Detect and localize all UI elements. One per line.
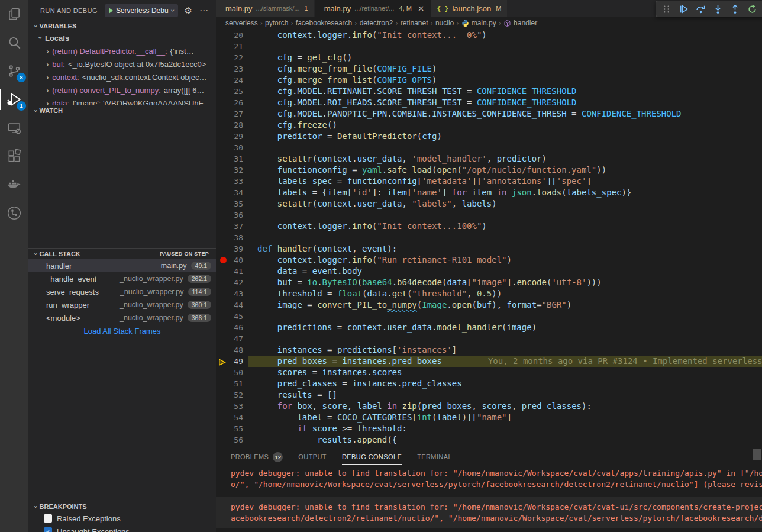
variables-section-header[interactable]: › VARIABLES <box>28 21 216 31</box>
start-debug-icon[interactable] <box>109 8 113 14</box>
breakpoint-row[interactable]: ✓Uncaught Exceptions <box>28 525 216 532</box>
code-line-41[interactable]: 41 data = event.body <box>216 266 762 277</box>
variable-row[interactable]: ›context:<nuclio_sdk.context.Context obj… <box>28 70 216 83</box>
code-line-42[interactable]: 42 buf = io.BytesIO(base64.b64decode(dat… <box>216 277 762 288</box>
code-line-30[interactable]: 30 <box>216 142 762 153</box>
checkbox-unchecked[interactable] <box>44 514 52 523</box>
activity-docker[interactable] <box>0 170 28 199</box>
code-line-48[interactable]: 48 instances = predictions['instances'] <box>216 344 762 356</box>
stack-frame[interactable]: run_wrapper_nuclio_wrapper.py360:1 <box>28 298 216 311</box>
more-actions-icon[interactable]: ⋯ <box>199 5 209 16</box>
code-line-38[interactable]: 38 <box>216 232 762 243</box>
code-line-44[interactable]: 44 image = convert_PIL_to_numpy(Image.op… <box>216 299 762 311</box>
code-line-54[interactable]: 54 label = COCO_CATEGORIES[int(label)]["… <box>216 412 762 423</box>
code-line-31[interactable]: 31 setattr(context.user_data, 'model_han… <box>216 153 762 165</box>
code-line-51[interactable]: 51 pred_classes = instances.pred_classes <box>216 378 762 389</box>
code-line-55[interactable]: 55 if score >= threshold: <box>216 423 762 434</box>
code-line-56[interactable]: 56 results.append({ <box>216 434 762 446</box>
stack-frame[interactable]: serve_requests_nuclio_wrapper.py114:1 <box>28 285 216 298</box>
restart-button[interactable] <box>744 2 760 16</box>
code-line-21[interactable]: 21 <box>216 41 762 52</box>
code-line-22[interactable]: 22 cfg = get_cfg() <box>216 52 762 63</box>
code-line-36[interactable]: 36 <box>216 209 762 221</box>
code-line-26[interactable]: 26 cfg.MODEL.ROI_HEADS.SCORE_THRESH_TEST… <box>216 97 762 108</box>
close-icon[interactable]: × <box>418 4 425 13</box>
code-line-46[interactable]: 46 predictions = context.user_data.model… <box>216 322 762 333</box>
code-line-35[interactable]: 35 setattr(context.user_data, "labels", … <box>216 198 762 209</box>
gear-icon[interactable]: ⚙ <box>184 5 192 16</box>
activity-files[interactable] <box>0 0 28 28</box>
breakpoints-section-header[interactable]: › BREAKPOINTS <box>28 501 216 512</box>
console-output-line[interactable]: pydev debugger: unable to find translati… <box>231 501 762 512</box>
stack-frame[interactable]: handlermain.py49:1 <box>28 259 216 272</box>
activity-remote-explorer[interactable] <box>0 114 28 142</box>
panel-tab-output[interactable]: OUTPUT <box>298 447 327 466</box>
activity-source-control[interactable]: 8 <box>0 57 28 85</box>
code-line-37[interactable]: 37 context.logger.info("Init context...1… <box>216 221 762 232</box>
variable-row[interactable]: ›(return) convert_PIL_to_numpy:array([[[… <box>28 83 216 96</box>
panel-scrollbar[interactable] <box>753 449 761 460</box>
code-line-23[interactable]: 23 cfg.merge_from_file(CONFIG_FILE) <box>216 63 762 75</box>
breadcrumb-item-pytorch[interactable]: pytorch <box>265 19 288 27</box>
breadcrumb-item-retinanet[interactable]: retinanet <box>401 19 428 27</box>
stack-frame[interactable]: <module>_nuclio_wrapper.py366:1 <box>28 311 216 324</box>
code-line-53[interactable]: 53 for box, score, label in zip(pred_box… <box>216 401 762 412</box>
step-out-button[interactable] <box>727 2 742 16</box>
console-output-line[interactable]: acebookresearch/detectron2/retinanet/nuc… <box>231 512 762 524</box>
activity-search[interactable] <box>0 28 28 57</box>
variable-row[interactable]: ›buf:<_io.BytesIO object at 0x7f5a2dc1ec… <box>28 57 216 70</box>
code-line-20[interactable]: 20 context.logger.info("Init context... … <box>216 30 762 41</box>
toolbar-grip-handle[interactable] <box>658 2 674 16</box>
breadcrumb-item-handler[interactable]: handler <box>503 19 537 27</box>
activity-extensions[interactable] <box>0 142 28 170</box>
variable-row[interactable]: ›(return) DefaultPredictor.__call__:{'in… <box>28 44 216 57</box>
code-line-33[interactable]: 33 labels_spec = functionconfig['metadat… <box>216 176 762 187</box>
call-stack-section-header[interactable]: › CALL STACK PAUSED ON STEP <box>28 249 216 259</box>
breadcrumb-item-detectron2[interactable]: detectron2 <box>360 19 393 27</box>
code-line-52[interactable]: 52 results = [] <box>216 389 762 401</box>
code-line-27[interactable]: 27 cfg.MODEL.PANOPTIC_FPN.COMBINE.INSTAN… <box>216 108 762 120</box>
breadcrumb-item-facebookresearch[interactable]: facebookresearch <box>296 19 352 27</box>
console-output-line[interactable]: o/", "/home/nmanovic/Workspace/cvat/serv… <box>231 479 762 490</box>
breadcrumb-item-nuclio[interactable]: nuclio <box>435 19 454 27</box>
code-line-34[interactable]: 34 labels = {item['id']: item['name'] fo… <box>216 187 762 198</box>
continue-button[interactable] <box>676 2 691 16</box>
code-line-32[interactable]: 32 functionconfig = yaml.safe_load(open(… <box>216 165 762 176</box>
breadcrumb-item-main-py[interactable]: main.py <box>461 19 496 27</box>
code-line-43[interactable]: 43 threshold = float(data.get("threshold… <box>216 288 762 299</box>
code-line-45[interactable]: 45 <box>216 311 762 322</box>
code-line-39[interactable]: 39def handler(context, event): <box>216 243 762 254</box>
panel-tab-problems[interactable]: PROBLEMS12 <box>231 447 283 466</box>
panel-tab-debug-console[interactable]: DEBUG CONSOLE <box>342 447 402 466</box>
breakpoint-row[interactable]: Raised Exceptions <box>28 512 216 525</box>
tab-main-py[interactable]: main.py.../retinanet/...4, M× <box>315 0 431 17</box>
console-output-line[interactable]: pydev debugger: unable to find translati… <box>231 467 762 479</box>
scope-locals[interactable]: › Locals <box>28 31 216 44</box>
stack-frame[interactable]: _handle_event_nuclio_wrapper.py262:1 <box>28 272 216 285</box>
tab-main-py[interactable]: main.py.../siammask/...1 <box>216 0 315 17</box>
load-all-stack-frames-link[interactable]: Load All Stack Frames <box>28 324 216 337</box>
code-line-29[interactable]: 29 predictor = DefaultPredictor(cfg) <box>216 131 762 142</box>
variable-row[interactable]: ›data:{'image': 'iVBORw0KGgoAAAANSUhE… <box>28 96 216 105</box>
breadcrumb-item-serverless[interactable]: serverless <box>225 19 258 27</box>
code-line-50[interactable]: 50 scores = instances.scores <box>216 367 762 378</box>
line-number: 32 <box>216 165 243 176</box>
activity-run-debug[interactable]: 1 <box>0 85 28 114</box>
step-over-button[interactable] <box>693 2 708 16</box>
debug-config-dropdown[interactable]: Serverless Debu › <box>105 4 179 17</box>
tab-launch-json[interactable]: { }launch.jsonM <box>431 0 508 17</box>
breakpoint-icon[interactable] <box>220 257 227 263</box>
code-line-49[interactable]: 49 pred_boxes = instances.pred_boxesYou,… <box>216 356 762 367</box>
code-line-40[interactable]: 40 context.logger.info("Run retinanet-R1… <box>216 254 762 266</box>
activity-git-graph[interactable] <box>0 199 28 227</box>
code-line-47[interactable]: 47 <box>216 333 762 344</box>
code-editor[interactable]: 20 context.logger.info("Init context... … <box>216 30 762 447</box>
step-into-button[interactable] <box>710 2 725 16</box>
watch-section-header[interactable]: › WATCH <box>28 105 216 116</box>
panel-tab-terminal[interactable]: TERMINAL <box>417 447 452 466</box>
code-line-28[interactable]: 28 cfg.freeze() <box>216 120 762 131</box>
breadcrumb-label: pytorch <box>265 19 288 27</box>
checkbox-checked[interactable]: ✓ <box>44 527 52 532</box>
code-line-24[interactable]: 24 cfg.merge_from_list(CONFIG_OPTS) <box>216 75 762 86</box>
code-line-25[interactable]: 25 cfg.MODEL.RETINANET.SCORE_THRESH_TEST… <box>216 86 762 97</box>
